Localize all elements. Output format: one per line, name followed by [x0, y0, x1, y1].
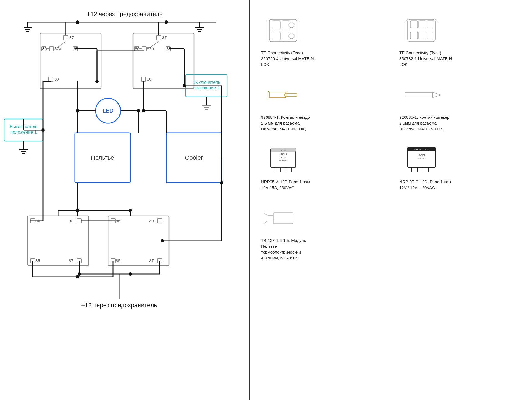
- component-item-6: NRP-07-C-12D 12V/12A 120VAC NRP-07-C-12D…: [399, 143, 521, 190]
- components-grid: TE Connectivity (Tyco) 350720-4 Universa…: [261, 14, 521, 261]
- components-panel: TE Connectivity (Tyco) 350720-4 Universa…: [249, 0, 532, 400]
- svg-marker-162: [433, 92, 441, 98]
- svg-point-110: [161, 239, 164, 242]
- svg-text:5A 250VAC: 5A 250VAC: [279, 160, 288, 162]
- component-label-3: 926884-1, Контакт-гнездо 2.5 мм для разъ…: [261, 114, 316, 132]
- svg-text:Пельтье: Пельтье: [91, 154, 114, 161]
- svg-text:PoNe: PoNe: [281, 149, 286, 151]
- svg-text:30: 30: [54, 77, 59, 81]
- svg-text:87: 87: [69, 258, 73, 263]
- component-image-3: [261, 78, 305, 112]
- svg-text:положение 2: положение 2: [193, 86, 219, 90]
- svg-rect-148: [419, 21, 426, 28]
- component-item-1: TE Connectivity (Tyco) 350720-4 Universa…: [261, 14, 383, 67]
- svg-rect-150: [410, 32, 418, 39]
- svg-text:86: 86: [135, 46, 140, 51]
- svg-rect-138: [272, 32, 280, 40]
- svg-rect-147: [410, 21, 418, 28]
- svg-text:120VAC: 120VAC: [418, 158, 425, 160]
- svg-point-113: [78, 272, 81, 276]
- svg-text:86: 86: [42, 46, 47, 51]
- svg-line-154: [435, 19, 438, 23]
- component-label-1: TE Connectivity (Tyco) 350720-4 Universa…: [261, 50, 316, 67]
- component-image-1: [261, 14, 305, 47]
- component-item-5: NRP05 A-12D 5A 250VAC PoNe NRP05-A-12D Р…: [261, 143, 383, 190]
- svg-rect-12: [64, 35, 68, 40]
- svg-text:87: 87: [69, 35, 74, 40]
- svg-text:Cooler: Cooler: [185, 154, 203, 161]
- svg-text:NRP05: NRP05: [280, 153, 287, 155]
- component-label-7: TB-127-1,4-1,5, Модуль Пельтье термоэлек…: [261, 238, 316, 261]
- svg-line-153: [405, 19, 408, 23]
- component-label-5: NRP05-A-12D Реле 1 зам. 12V / 5A, 250VAC: [261, 179, 316, 190]
- component-image-7: [261, 202, 305, 235]
- svg-line-158: [268, 91, 269, 92]
- svg-rect-27: [142, 47, 146, 51]
- component-image-2: [399, 14, 444, 47]
- svg-point-121: [76, 275, 79, 278]
- svg-text:30: 30: [69, 218, 73, 223]
- svg-text:87: 87: [149, 258, 154, 263]
- svg-point-140: [289, 22, 294, 28]
- svg-text:A-12D: A-12D: [280, 156, 286, 158]
- component-image-6: NRP-07-C-12D 12V/12A 120VAC: [399, 143, 444, 176]
- svg-point-141: [289, 33, 294, 39]
- svg-rect-24: [133, 33, 194, 89]
- component-image-4: [399, 78, 444, 112]
- svg-rect-149: [427, 21, 434, 28]
- svg-point-105: [76, 209, 79, 212]
- component-item-4: 926885-1, Контакт-штекер 2.5мм для разъе…: [399, 78, 521, 132]
- svg-point-9: [76, 20, 79, 24]
- title-top: +12 через предохранитель: [87, 11, 163, 17]
- component-item-7: TB-127-1,4-1,5, Модуль Пельтье термоэлек…: [261, 202, 383, 261]
- svg-rect-14: [49, 47, 54, 51]
- svg-rect-156: [269, 92, 286, 98]
- svg-line-143: [297, 19, 300, 22]
- svg-text:положение 1: положение 1: [10, 130, 37, 135]
- component-item-3: 926884-1, Контакт-гнездо 2.5 мм для разъ…: [261, 78, 383, 132]
- svg-text:Выключатель: Выключатель: [193, 80, 220, 85]
- svg-rect-151: [419, 32, 426, 39]
- svg-rect-22: [48, 77, 53, 81]
- svg-line-160: [286, 91, 287, 92]
- svg-text:12V/12A: 12V/12A: [418, 154, 425, 156]
- component-label-4: 926885-1, Контакт-штекер 2.5мм для разъе…: [399, 114, 455, 132]
- svg-line-142: [267, 19, 269, 22]
- component-label-2: TE Connectivity (Tyco) 350782-1 Universa…: [399, 50, 455, 67]
- svg-rect-11: [40, 33, 101, 89]
- component-item-2: TE Connectivity (Tyco) 350782-1 Universa…: [399, 14, 521, 67]
- svg-rect-87: [77, 219, 81, 223]
- svg-rect-25: [157, 35, 161, 40]
- svg-text:LED: LED: [103, 108, 114, 114]
- svg-rect-161: [405, 93, 433, 97]
- svg-text:30: 30: [149, 218, 154, 223]
- svg-rect-182: [273, 213, 293, 224]
- svg-rect-152: [427, 32, 434, 39]
- svg-text:85: 85: [35, 258, 40, 263]
- svg-text:86: 86: [116, 218, 121, 223]
- circuit-panel: +12 через предохранитель 87 87а 86: [0, 0, 249, 400]
- svg-text:85: 85: [116, 258, 121, 263]
- component-label-6: NRP-07-C-12D, Реле 1 пер. 12V / 12A, 120…: [399, 179, 455, 190]
- svg-rect-136: [272, 21, 280, 29]
- svg-rect-35: [141, 77, 146, 81]
- svg-point-10: [165, 20, 168, 24]
- svg-text:30: 30: [147, 77, 152, 81]
- svg-rect-96: [157, 219, 162, 223]
- svg-text:NRP-07-C-12D: NRP-07-C-12D: [414, 148, 429, 151]
- svg-text:87: 87: [162, 35, 167, 40]
- title-bottom: +12 через предохранитель: [81, 302, 157, 309]
- svg-rect-146: [408, 19, 435, 42]
- svg-rect-157: [285, 94, 297, 96]
- component-image-5: NRP05 A-12D 5A 250VAC PoNe: [261, 143, 305, 176]
